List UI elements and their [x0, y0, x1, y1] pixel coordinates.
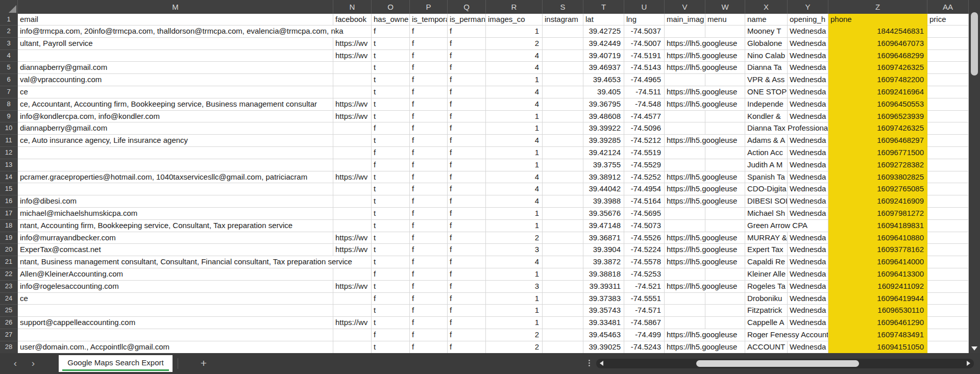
cell-Y24[interactable]: Wednesda: [788, 293, 828, 305]
cell-AA2[interactable]: [927, 26, 969, 38]
cell-AA19[interactable]: [927, 232, 969, 244]
field-name-lng[interactable]: lng: [624, 14, 665, 26]
cell-R16[interactable]: 4: [486, 195, 543, 208]
cell-R17[interactable]: 1: [486, 208, 543, 220]
cell-Q11[interactable]: f: [448, 135, 486, 147]
cell-AA28[interactable]: [927, 341, 969, 354]
row-header-18[interactable]: 18: [0, 220, 18, 232]
cell-X20[interactable]: Expert Tax: [745, 244, 788, 256]
cell-U7[interactable]: -74.511: [624, 86, 665, 98]
cell-S8[interactable]: [543, 98, 583, 111]
cell-P6[interactable]: f: [410, 74, 448, 86]
cell-Q24[interactable]: f: [448, 293, 486, 305]
cell-M17[interactable]: michael@michaelshumskicpa.com: [18, 208, 333, 220]
cell-N15[interactable]: [333, 183, 372, 195]
cell-P12[interactable]: f: [410, 147, 448, 159]
cell-M22[interactable]: Allen@KleinerAccounting.com: [18, 268, 333, 281]
cell-M5[interactable]: diannapberry@gmail.com: [18, 62, 333, 74]
field-name-images_co[interactable]: images_co: [486, 14, 543, 26]
cell-W13[interactable]: [705, 159, 745, 171]
column-header-V[interactable]: V: [665, 0, 705, 14]
cell-Q26[interactable]: f: [448, 317, 486, 329]
row-header-9[interactable]: 9: [0, 111, 18, 123]
cell-V8[interactable]: https://lh5.googleuse: [665, 98, 745, 111]
cell-T12[interactable]: 39.42124: [583, 147, 624, 159]
cell-Z10[interactable]: 16097426325: [828, 122, 927, 135]
cell-O13[interactable]: f: [372, 159, 410, 171]
cell-T17[interactable]: 39.35676: [583, 208, 624, 220]
cell-X28[interactable]: ACCOUNT: [745, 341, 788, 354]
cell-V16[interactable]: https://lh5.googleuse: [665, 195, 745, 208]
cell-R10[interactable]: 1: [486, 122, 543, 135]
cell-AA15[interactable]: [927, 183, 969, 195]
cell-O4[interactable]: t: [372, 50, 410, 62]
cell-S6[interactable]: [543, 74, 583, 86]
cell-S2[interactable]: [543, 26, 583, 38]
cell-T25[interactable]: 39.35743: [583, 305, 624, 317]
cell-S4[interactable]: [543, 50, 583, 62]
cell-Y20[interactable]: Wednesda: [788, 244, 828, 256]
cell-V5[interactable]: https://lh5.googleuse: [665, 62, 745, 74]
cell-AA20[interactable]: [927, 244, 969, 256]
cell-O7[interactable]: t: [372, 86, 410, 98]
cell-O8[interactable]: t: [372, 98, 410, 111]
cell-AA23[interactable]: [927, 281, 969, 293]
cell-O6[interactable]: t: [372, 74, 410, 86]
cell-R3[interactable]: 2: [486, 38, 543, 50]
cell-W9[interactable]: [705, 111, 745, 123]
cell-W25[interactable]: [705, 305, 745, 317]
cell-M7[interactable]: ce: [18, 86, 333, 98]
cell-AA4[interactable]: [927, 50, 969, 62]
cell-R18[interactable]: 1: [486, 220, 543, 232]
cell-M9[interactable]: info@kondlercpa.com, info@kondler.com: [18, 111, 333, 123]
cell-Y12[interactable]: Wednesda: [788, 147, 828, 159]
cell-U5[interactable]: -74.5143: [624, 62, 665, 74]
field-name-phone[interactable]: phone: [828, 14, 927, 26]
cell-U6[interactable]: -74.4965: [624, 74, 665, 86]
cell-N9[interactable]: https://wv: [333, 111, 372, 123]
cell-T16[interactable]: 39.3988: [583, 195, 624, 208]
column-header-P[interactable]: P: [410, 0, 448, 14]
row-header-21[interactable]: 21: [0, 256, 18, 268]
cell-Z22[interactable]: 16096413300: [828, 268, 927, 281]
cell-O26[interactable]: t: [372, 317, 410, 329]
cell-AA9[interactable]: [927, 111, 969, 123]
cell-U15[interactable]: -74.4954: [624, 183, 665, 195]
cell-Y6[interactable]: Wednesda: [788, 74, 828, 86]
horizontal-scrollbar-thumb[interactable]: [696, 360, 859, 367]
cell-O24[interactable]: f: [372, 293, 410, 305]
cell-R26[interactable]: 1: [486, 317, 543, 329]
cell-P14[interactable]: f: [410, 171, 448, 184]
cell-W2[interactable]: [705, 26, 745, 38]
row-header-28[interactable]: 28: [0, 341, 18, 354]
cell-T28[interactable]: 39.39025: [583, 341, 624, 354]
cell-X2[interactable]: Mooney T: [745, 26, 788, 38]
cell-Y28[interactable]: Wednesda: [788, 341, 828, 354]
cell-T9[interactable]: 39.48608: [583, 111, 624, 123]
cell-T27[interactable]: 39.45463: [583, 329, 624, 341]
row-header-4[interactable]: 4: [0, 50, 18, 62]
cell-S26[interactable]: [543, 317, 583, 329]
cell-Z7[interactable]: 16092416964: [828, 86, 927, 98]
cell-X14[interactable]: Spanish Ta: [745, 171, 788, 184]
row-header-3[interactable]: 3: [0, 38, 18, 50]
cell-P20[interactable]: f: [410, 244, 448, 256]
cell-Z16[interactable]: 16092416909: [828, 195, 927, 208]
cell-M12[interactable]: [18, 147, 333, 159]
cell-AA14[interactable]: [927, 171, 969, 184]
cell-N18[interactable]: [333, 220, 372, 232]
cell-R23[interactable]: 3: [486, 281, 543, 293]
cell-V23[interactable]: https://lh5.googleuse: [665, 281, 745, 293]
cell-AA27[interactable]: [927, 329, 969, 341]
cell-V27[interactable]: https://lh5.googleuse: [665, 329, 745, 341]
cell-M8[interactable]: ce, Accountant, Accounting firm, Bookkee…: [18, 98, 333, 111]
cell-M14[interactable]: pcramer.graceproperties@hotmail.com, 104…: [18, 171, 333, 184]
cell-N14[interactable]: https://wv: [333, 171, 372, 184]
cell-O9[interactable]: t: [372, 111, 410, 123]
row-header-23[interactable]: 23: [0, 281, 18, 293]
cell-V13[interactable]: [665, 159, 705, 171]
cell-Z15[interactable]: 16092765085: [828, 183, 927, 195]
cell-N28[interactable]: [333, 341, 372, 354]
cell-R11[interactable]: 4: [486, 135, 543, 147]
cell-R27[interactable]: 2: [486, 329, 543, 341]
